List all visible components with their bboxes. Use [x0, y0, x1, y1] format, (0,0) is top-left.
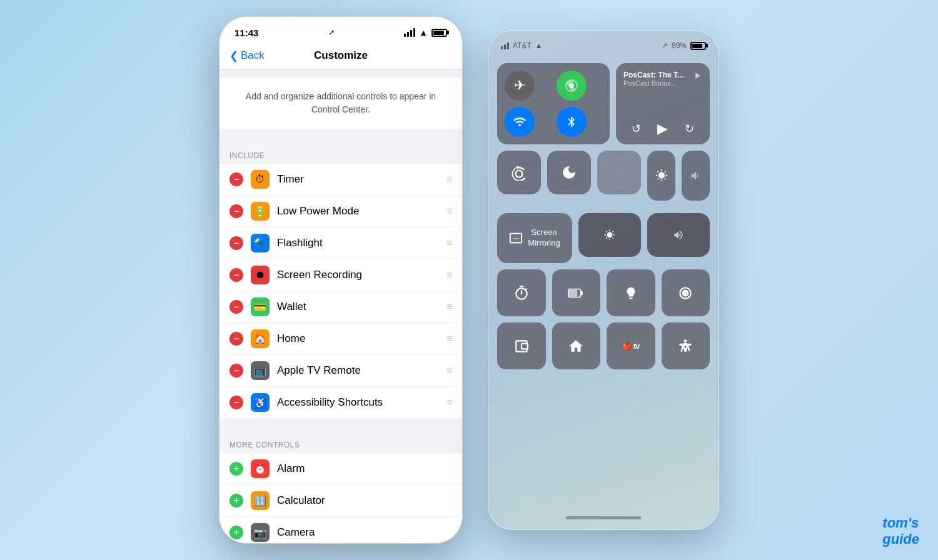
- apple-tv-button-cc[interactable]: 🍎 tv: [607, 322, 655, 369]
- drag-handle[interactable]: ≡: [446, 333, 452, 344]
- home-label: Home: [277, 332, 439, 345]
- list-item[interactable]: − 🔦 Flashlight ≡: [219, 228, 462, 259]
- remove-timer-button[interactable]: −: [229, 172, 243, 186]
- back-label: Back: [241, 49, 265, 62]
- remove-wallet-button[interactable]: −: [229, 300, 243, 314]
- list-item[interactable]: + ⏰ Alarm: [219, 453, 462, 485]
- list-item[interactable]: − 🔋 Low Power Mode ≡: [219, 196, 462, 228]
- remove-accessibility-button[interactable]: −: [229, 396, 243, 409]
- cc-status-left: AT&T ▲: [501, 41, 543, 50]
- wallet-icon: 💳: [251, 298, 270, 316]
- low-power-icon: 🔋: [251, 202, 270, 221]
- location-icon: ↗: [328, 28, 335, 37]
- apple-tv-icon: 📺: [251, 361, 270, 380]
- airplane-mode-button[interactable]: ✈: [505, 71, 535, 101]
- signal-bar-1: [501, 46, 503, 49]
- connectivity-panel[interactable]: ✈: [497, 63, 610, 144]
- list-item[interactable]: − ⏱ Timer ≡: [219, 164, 462, 196]
- cc-top-row: ✈: [497, 63, 710, 144]
- drag-handle[interactable]: ≡: [446, 269, 452, 281]
- watermark: tom's guide: [882, 515, 919, 548]
- left-phone: 11:43 ↗ ▲ ❮ Back Customize: [219, 16, 463, 544]
- add-alarm-button[interactable]: +: [229, 462, 243, 476]
- status-icons-right: ▲: [404, 28, 447, 38]
- description-text: Add and organize additional controls to …: [234, 90, 447, 116]
- list-item[interactable]: − ⏺ Screen Recording ≡: [219, 259, 462, 291]
- screen-recording-label: Screen Recording: [277, 269, 439, 281]
- right-phone: AT&T ▲ ↗ 89% ✈: [488, 30, 719, 530]
- home-bar: [566, 516, 641, 519]
- mobile-data-button[interactable]: [557, 71, 587, 101]
- signal-bar-2: [504, 44, 506, 49]
- back-button[interactable]: ❮ Back: [229, 49, 265, 62]
- list-item[interactable]: − 🏠 Home ≡: [219, 323, 462, 355]
- rewind-button[interactable]: ↺: [632, 122, 641, 136]
- add-camera-button[interactable]: +: [229, 526, 243, 539]
- remove-low-power-button[interactable]: −: [229, 204, 243, 218]
- cc-middle-row: [497, 151, 710, 207]
- flashlight-button-cc[interactable]: [607, 269, 655, 316]
- drag-handle[interactable]: ≡: [446, 397, 452, 408]
- remove-home-button[interactable]: −: [229, 332, 243, 346]
- volume-bar[interactable]: [647, 213, 710, 257]
- svg-point-7: [684, 339, 687, 342]
- drag-handle[interactable]: ≡: [446, 301, 452, 312]
- volume-slider[interactable]: [682, 151, 710, 201]
- add-calculator-button[interactable]: +: [229, 494, 243, 508]
- drag-handle[interactable]: ≡: [446, 206, 452, 217]
- cc-bottom-row-1: [497, 269, 710, 316]
- brightness-slider[interactable]: [647, 151, 675, 201]
- status-bar-left: 11:43 ↗ ▲: [219, 17, 462, 44]
- rotation-lock-button[interactable]: [497, 151, 541, 194]
- now-playing-panel[interactable]: PosCast: The T... PosCast Bonus... ↺ ▶ ↻: [616, 63, 710, 144]
- list-item[interactable]: − 💳 Wallet ≡: [219, 291, 462, 323]
- extra-button[interactable]: [597, 151, 641, 194]
- home-icon: 🏠: [251, 329, 270, 348]
- include-list: − ⏱ Timer ≡ − 🔋 Low Power Mode ≡ − 🔦 Fla…: [219, 164, 462, 418]
- low-power-label: Low Power Mode: [277, 205, 439, 218]
- flashlight-icon: 🔦: [251, 234, 270, 252]
- accessibility-button-cc[interactable]: [662, 322, 710, 369]
- signal-bar-4: [413, 28, 415, 37]
- brightness-bar[interactable]: [578, 213, 641, 257]
- wifi-icon-cc: ▲: [535, 41, 543, 50]
- cc-bottom-row-2: 🍎 tv: [497, 322, 710, 369]
- alarm-label: Alarm: [277, 462, 452, 475]
- remove-screen-recording-button[interactable]: −: [229, 268, 243, 282]
- cc-screen-row: ScreenMirroring: [497, 213, 710, 263]
- now-playing-info: PosCast: The T... PosCast Bonus...: [623, 71, 702, 87]
- cc-status-bar: AT&T ▲ ↗ 89%: [488, 31, 719, 58]
- wallet-label: Wallet: [277, 301, 439, 313]
- signal-bar-3: [507, 42, 509, 49]
- home-button-cc[interactable]: [552, 322, 601, 369]
- status-time: 11:43: [234, 28, 258, 38]
- remove-flashlight-button[interactable]: −: [229, 236, 243, 250]
- timer-button-cc[interactable]: [497, 269, 546, 316]
- wallet-button-cc[interactable]: [497, 322, 546, 369]
- scroll-content[interactable]: Add and organize additional controls to …: [219, 70, 462, 543]
- wifi-icon: ▲: [419, 28, 428, 38]
- drag-handle[interactable]: ≡: [446, 238, 452, 249]
- list-item[interactable]: + 🔢 Calculator: [219, 485, 462, 517]
- alarm-icon: ⏰: [251, 459, 270, 478]
- carrier-label: AT&T: [513, 41, 532, 50]
- screen-recording-icon: ⏺: [251, 266, 270, 284]
- screen-recording-button-cc[interactable]: [662, 269, 710, 316]
- list-item[interactable]: − 📺 Apple TV Remote ≡: [219, 355, 462, 387]
- drag-handle[interactable]: ≡: [446, 174, 452, 185]
- signal-bars-cc: [501, 42, 509, 49]
- do-not-disturb-button[interactable]: [547, 151, 591, 194]
- list-item[interactable]: − ♿ Accessibility Shortcuts ≡: [219, 387, 462, 418]
- play-button[interactable]: ▶: [657, 121, 668, 137]
- screen-mirroring-button[interactable]: ScreenMirroring: [497, 213, 572, 263]
- svg-point-6: [523, 345, 525, 347]
- list-item[interactable]: + 📷 Camera: [219, 517, 462, 543]
- bluetooth-toggle-button[interactable]: [557, 107, 587, 137]
- signal-bars: [404, 28, 415, 37]
- fast-forward-button[interactable]: ↻: [685, 122, 694, 136]
- timer-label: Timer: [277, 173, 439, 186]
- low-power-button-cc[interactable]: [552, 269, 601, 316]
- remove-apple-tv-button[interactable]: −: [229, 364, 243, 378]
- wifi-toggle-button[interactable]: [505, 107, 535, 137]
- drag-handle[interactable]: ≡: [446, 365, 452, 376]
